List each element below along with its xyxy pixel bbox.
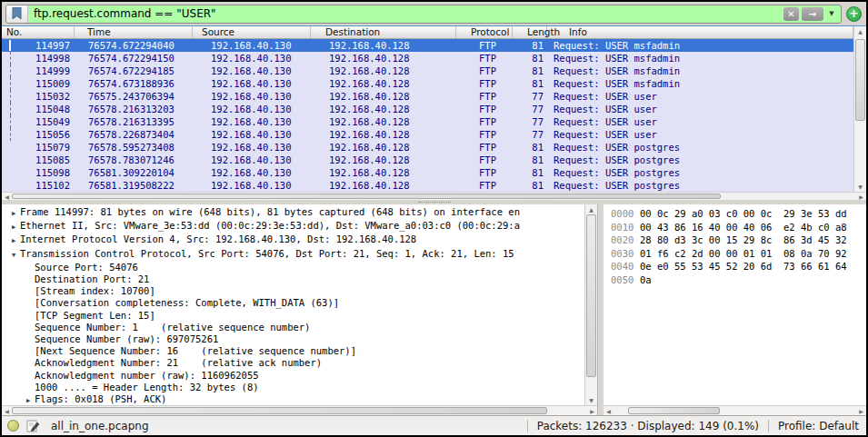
scrollbar-thumb[interactable] bbox=[586, 214, 596, 377]
filter-dropdown-caret[interactable]: ▼ bbox=[826, 10, 837, 17]
tree-expander-icon[interactable] bbox=[22, 333, 35, 345]
detail-tree-line[interactable]: [TCP Segment Len: 15] bbox=[2, 310, 584, 322]
scroll-down-icon[interactable]: ▼ bbox=[854, 182, 866, 192]
scroll-left-icon[interactable]: ◀ bbox=[604, 406, 614, 415]
column-header[interactable]: No. bbox=[2, 26, 75, 38]
packet-no: 115049 bbox=[2, 116, 75, 127]
column-header[interactable]: Time bbox=[75, 26, 193, 38]
hex-horizontal-scrollbar: ◀ ▶ bbox=[604, 405, 866, 415]
column-header[interactable]: Info bbox=[547, 26, 853, 38]
status-separator bbox=[768, 420, 769, 432]
tree-expander-icon[interactable] bbox=[22, 322, 35, 333]
detail-tree-line[interactable]: ▼ Transmission Control Protocol, Src Por… bbox=[2, 248, 584, 262]
hex-bytes: 00 0c 29 a0 03 c0 00 0c 29 3e 53 dd bbox=[640, 207, 847, 221]
detail-tree-line[interactable]: Source Port: 54076 bbox=[2, 262, 584, 273]
scrollbar-thumb[interactable] bbox=[628, 407, 720, 414]
packet-no: 115032 bbox=[2, 91, 75, 102]
hex-row[interactable]: 0040 0e e0 55 53 45 52 20 6d 73 66 61 64 bbox=[604, 260, 866, 273]
expert-info-icon[interactable] bbox=[7, 420, 19, 432]
tree-expander-icon[interactable] bbox=[22, 382, 35, 393]
detail-tree-line[interactable]: Sequence Number (raw): 697075261 bbox=[2, 333, 584, 345]
column-header[interactable]: Destination bbox=[311, 26, 456, 38]
filter-add-expression-button[interactable]: + bbox=[846, 6, 862, 22]
filter-bookmark-button[interactable] bbox=[6, 5, 28, 23]
detail-tree-line[interactable]: [Next Sequence Number: 16 (relative sequ… bbox=[2, 345, 584, 357]
packet-row[interactable]: 115049 76578.216313395 192.168.40.130 19… bbox=[2, 115, 853, 128]
tree-expander-icon[interactable]: ▶ bbox=[22, 393, 35, 405]
scrollbar-thumb[interactable] bbox=[12, 407, 547, 414]
column-header[interactable]: Source bbox=[193, 26, 311, 38]
scroll-down-icon[interactable]: ▼ bbox=[585, 395, 597, 405]
pane-splitter[interactable] bbox=[2, 200, 866, 204]
packet-row[interactable]: 115085 76578.783071246 192.168.40.130 19… bbox=[2, 154, 853, 166]
scroll-up-icon[interactable]: ▲ bbox=[854, 26, 866, 36]
hex-row[interactable]: 0000 00 0c 29 a0 03 c0 00 0c 29 3e 53 dd bbox=[604, 207, 866, 221]
detail-tree-line[interactable]: ▶ Flags: 0x018 (PSH, ACK) bbox=[2, 393, 584, 405]
packet-protocol: FTP bbox=[456, 154, 513, 165]
packet-source: 192.168.40.130 bbox=[193, 129, 311, 140]
scrollbar-thumb[interactable] bbox=[12, 194, 721, 199]
hex-bytes: 0a bbox=[640, 273, 652, 287]
tree-expander-icon[interactable] bbox=[22, 310, 35, 322]
detail-tree-line[interactable]: 1000 .... = Header Length: 32 bytes (8) bbox=[2, 382, 584, 393]
tree-expander-icon[interactable] bbox=[22, 273, 35, 285]
packet-row[interactable]: 115032 76575.243706394 192.168.40.130 19… bbox=[2, 90, 853, 103]
detail-tree-line[interactable]: [Conversation completeness: Complete, WI… bbox=[2, 297, 584, 309]
packet-length: 81 bbox=[513, 154, 547, 165]
packet-row[interactable]: 114997 76574.672294040 192.168.40.130 19… bbox=[2, 39, 853, 52]
packet-row[interactable]: 115102 76581.319508222 192.168.40.130 19… bbox=[2, 179, 853, 192]
hex-row[interactable]: 0020 28 80 d3 3c 00 15 29 8c 86 3d 45 32 bbox=[604, 233, 866, 247]
tree-expander-icon[interactable] bbox=[22, 345, 35, 357]
hex-row[interactable]: 0050 0a bbox=[604, 273, 866, 287]
detail-tree-line[interactable]: Destination Port: 21 bbox=[2, 273, 584, 285]
scroll-right-icon[interactable]: ▶ bbox=[856, 193, 866, 200]
tree-expander-icon[interactable] bbox=[22, 262, 35, 273]
detail-tree-line[interactable]: ▶ Internet Protocol Version 4, Src: 192.… bbox=[2, 233, 584, 247]
filter-clear-button[interactable]: ✕ bbox=[783, 7, 799, 21]
detail-tree-line[interactable]: [Stream index: 10700] bbox=[2, 285, 584, 297]
tree-expander-icon[interactable] bbox=[22, 297, 35, 309]
packet-row[interactable]: 114998 76574.672294150 192.168.40.130 19… bbox=[2, 52, 853, 65]
filter-expression-text[interactable]: ftp.request.command == "USER" bbox=[28, 7, 783, 20]
hex-row[interactable]: 0010 00 43 86 16 40 00 40 06 e2 4b c0 a8 bbox=[604, 221, 866, 234]
packet-destination: 192.168.40.128 bbox=[311, 40, 456, 51]
hex-bytes: 0e e0 55 53 45 52 20 6d 73 66 61 64 bbox=[640, 260, 847, 273]
scroll-right-icon[interactable]: ▶ bbox=[856, 406, 866, 415]
packet-no: 115009 bbox=[2, 78, 75, 89]
tree-expander-icon[interactable] bbox=[22, 370, 35, 382]
packet-row[interactable]: 115098 76581.309220104 192.168.40.130 19… bbox=[2, 166, 853, 179]
tree-expander-icon[interactable]: ▼ bbox=[7, 248, 20, 262]
profile-selector[interactable]: Profile: Default bbox=[778, 420, 859, 432]
tree-expander-icon[interactable] bbox=[22, 285, 35, 297]
filter-apply-button[interactable]: → bbox=[802, 7, 823, 21]
tree-expander-icon[interactable]: ▶ bbox=[7, 233, 20, 247]
packet-length: 81 bbox=[513, 40, 547, 51]
tree-expander-icon[interactable]: ▶ bbox=[7, 206, 20, 220]
column-header[interactable]: Protocol bbox=[456, 26, 513, 38]
packet-row[interactable]: 115079 76578.595273408 192.168.40.130 19… bbox=[2, 141, 853, 154]
column-header[interactable]: Length bbox=[513, 26, 547, 38]
scrollbar-thumb[interactable] bbox=[855, 39, 865, 121]
packet-time: 76578.216313203 bbox=[75, 104, 193, 114]
capture-comment-icon[interactable] bbox=[26, 420, 40, 432]
detail-tree-line[interactable]: Sequence Number: 1 (relative sequence nu… bbox=[2, 322, 584, 333]
hex-dump[interactable]: 0000 00 0c 29 a0 03 c0 00 0c 29 3e 53 dd… bbox=[604, 204, 866, 405]
detail-tree-line[interactable]: ▶ Ethernet II, Src: VMware_3e:53:dd (00:… bbox=[2, 220, 584, 233]
packet-row[interactable]: 115009 76574.673188936 192.168.40.130 19… bbox=[2, 77, 853, 90]
scroll-right-icon[interactable]: ▶ bbox=[587, 406, 597, 415]
detail-tree-line[interactable]: ▶ Frame 114997: 81 bytes on wire (648 bi… bbox=[2, 206, 584, 220]
scroll-up-icon[interactable]: ▲ bbox=[585, 204, 597, 214]
hex-row[interactable]: 0030 01 f6 c2 2d 00 00 01 01 08 0a 70 92 bbox=[604, 247, 866, 261]
tree-expander-icon[interactable]: ▶ bbox=[7, 220, 20, 233]
packet-time: 76581.309220104 bbox=[75, 167, 193, 178]
display-filter-input[interactable]: ftp.request.command == "USER" ✕ → ▼ bbox=[5, 5, 842, 24]
detail-tree-line[interactable]: Acknowledgment Number: 21 (relative ack … bbox=[2, 357, 584, 369]
scroll-left-icon[interactable]: ◀ bbox=[2, 406, 12, 415]
packet-row[interactable]: 114999 76574.672294185 192.168.40.130 19… bbox=[2, 65, 853, 77]
tree-expander-icon[interactable] bbox=[22, 357, 35, 369]
detail-tree-line[interactable]: Acknowledgment number (raw): 1160962055 bbox=[2, 370, 584, 382]
packet-row[interactable]: 115048 76578.216313203 192.168.40.130 19… bbox=[2, 103, 853, 115]
packet-detail-tree: ▶ Frame 114997: 81 bytes on wire (648 bi… bbox=[2, 204, 584, 405]
packet-row[interactable]: 115056 76578.226873404 192.168.40.130 19… bbox=[2, 128, 853, 141]
scroll-left-icon[interactable]: ◀ bbox=[2, 193, 12, 200]
